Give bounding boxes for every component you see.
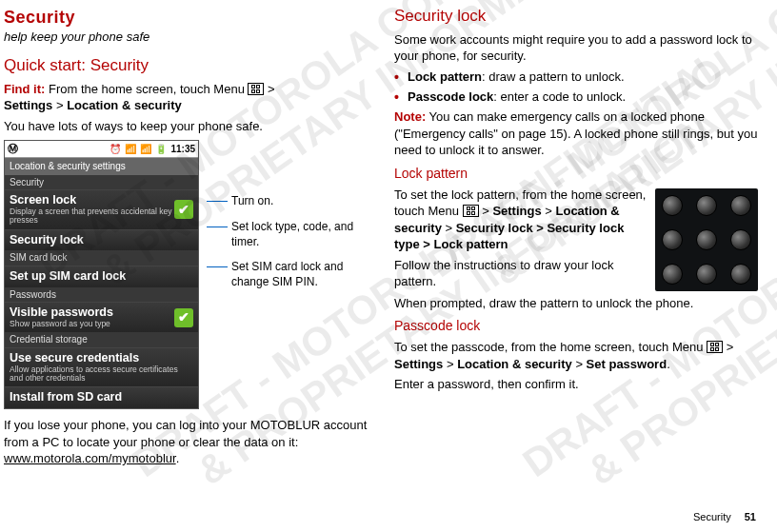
breadcrumb-loc-sec: Location & security xyxy=(67,98,182,112)
find-it-text: From the home screen, touch Menu xyxy=(45,82,248,96)
callout-turn-on: Turn on. xyxy=(207,193,368,208)
menu-icon xyxy=(463,205,479,217)
row-install-sd-title: Install from SD card xyxy=(10,391,193,404)
pattern-dot xyxy=(662,195,683,216)
row-visible-passwords-desc: Show password as you type xyxy=(10,320,174,328)
lock-pattern-block: To set the lock pattern, from the home s… xyxy=(394,187,758,290)
row-screen-lock[interactable]: Screen lock Display a screen that preven… xyxy=(5,189,198,228)
pc-bc-settings: Settings xyxy=(394,357,443,371)
row-secure-credentials[interactable]: Use secure credentials Allow application… xyxy=(5,347,198,386)
pc-confirm: Enter a password, then confirm it. xyxy=(394,376,758,393)
row-secure-credentials-desc: Allow applications to access secure cert… xyxy=(10,365,193,384)
pc-bc-setpw: Set password xyxy=(587,357,667,371)
motoblur-period: . xyxy=(176,451,180,465)
bullet-passcode-lock: Passcode lock: enter a code to unlock. xyxy=(394,89,758,106)
bullet-lock-pattern: Lock pattern: draw a pattern to unlock. xyxy=(394,69,758,86)
bullet-passcode-label: Passcode lock xyxy=(408,89,493,104)
screen-title: Location & security settings xyxy=(5,158,198,175)
group-sim: SIM card lock xyxy=(5,250,198,266)
row-sim-lock[interactable]: Set up SIM card lock xyxy=(5,266,198,287)
motoblur-link[interactable]: www.motorola.com/mymotoblur xyxy=(4,451,176,465)
footer-section: Security xyxy=(693,510,731,524)
battery-icon: 🔋 xyxy=(155,143,167,156)
callout-sim-lock: Set SIM card lock and change SIM PIN. xyxy=(207,259,368,289)
intro-text: You have lots of ways to keep your phone… xyxy=(4,118,368,135)
note-text: You can make emergency calls on a locked… xyxy=(394,109,757,157)
find-it-label: Find it: xyxy=(4,82,45,96)
bullet-lock-pattern-text: : draw a pattern to unlock. xyxy=(482,69,625,84)
phone-mock: Ⓜ ⏰ 📶 📶 🔋 11:35 Location & security sett… xyxy=(4,140,199,409)
checkmark-icon[interactable]: ✔ xyxy=(174,200,193,219)
row-screen-lock-desc: Display a screen that prevents accidenta… xyxy=(10,207,174,226)
left-column: Security help keep your phone safe Quick… xyxy=(4,6,368,471)
row-security-lock[interactable]: Security lock xyxy=(5,229,198,251)
breadcrumb-settings: Settings xyxy=(4,98,52,112)
pc-text-a: To set the passcode, from the home scree… xyxy=(394,340,707,354)
menu-icon xyxy=(707,341,723,353)
motoblur-text: If you lose your phone, you can log into… xyxy=(4,418,367,449)
motoblur-para: If you lose your phone, you can log into… xyxy=(4,417,368,467)
bullet-lock-pattern-label: Lock pattern xyxy=(408,69,482,84)
callouts: Turn on. Set lock type, code, and timer.… xyxy=(207,140,368,299)
bullet-passcode-text: : enter a code to unlock. xyxy=(493,89,626,104)
note-label: Note: xyxy=(394,109,426,124)
page-footer: Security 51 xyxy=(693,510,756,524)
pc-bc-locsec: Location & security xyxy=(457,357,572,371)
checkmark-icon[interactable]: ✔ xyxy=(174,308,193,327)
pattern-dot xyxy=(662,229,683,250)
section-title: Security xyxy=(4,6,368,29)
motorola-logo-icon: Ⓜ xyxy=(8,142,18,156)
menu-icon xyxy=(248,83,264,95)
pattern-dot xyxy=(696,195,717,216)
pattern-grid-image xyxy=(655,188,758,291)
passcode-lock-heading: Passcode lock xyxy=(394,317,758,335)
security-lock-heading: Security lock xyxy=(394,6,758,28)
phone-callout-area: Ⓜ ⏰ 📶 📶 🔋 11:35 Location & security sett… xyxy=(4,140,368,409)
pattern-dot xyxy=(730,229,751,250)
row-visible-passwords-title: Visible passwords xyxy=(10,306,174,320)
pc-path-para: To set the passcode, from the home scree… xyxy=(394,339,758,372)
row-visible-passwords[interactable]: Visible passwords Show password as you t… xyxy=(5,302,198,332)
group-credential-storage: Credential storage xyxy=(5,332,198,347)
security-lock-intro: Some work accounts might require you to … xyxy=(394,31,758,65)
row-screen-lock-title: Screen lock xyxy=(10,194,174,207)
lp-prompt: When prompted, draw the pattern to unloc… xyxy=(394,295,758,312)
find-it-line: Find it: From the home screen, touch Men… xyxy=(4,81,368,114)
group-passwords: Passwords xyxy=(5,287,198,303)
right-column: Security lock Some work accounts might r… xyxy=(394,6,758,471)
row-sim-lock-title: Set up SIM card lock xyxy=(10,270,193,284)
wifi-icon: 📶 xyxy=(125,143,136,156)
pattern-dot xyxy=(696,229,717,250)
note-para: Note: You can make emergency calls on a … xyxy=(394,108,758,159)
row-secure-credentials-title: Use secure credentials xyxy=(10,352,193,365)
quick-start-heading: Quick start: Security xyxy=(4,55,368,77)
status-bar: Ⓜ ⏰ 📶 📶 🔋 11:35 xyxy=(5,141,198,158)
pattern-dot xyxy=(662,264,683,285)
lock-options-list: Lock pattern: draw a pattern to unlock. … xyxy=(394,69,758,105)
lock-pattern-heading: Lock pattern xyxy=(394,165,758,183)
pattern-dot xyxy=(730,195,751,216)
row-install-sd[interactable]: Install from SD card xyxy=(5,386,198,408)
callout-lock-type: Set lock type, code, and timer. xyxy=(207,219,368,249)
group-security: Security xyxy=(5,175,198,190)
status-time: 11:35 xyxy=(170,143,195,156)
pattern-dot xyxy=(696,264,717,285)
lp-bc-settings: Settings xyxy=(492,204,541,218)
footer-page-number: 51 xyxy=(745,510,756,524)
row-security-lock-title: Security lock xyxy=(10,234,193,247)
signal-icon: 📶 xyxy=(140,143,151,156)
section-subtitle: help keep your phone safe xyxy=(4,29,368,46)
pattern-dot xyxy=(730,264,751,285)
alarm-icon: ⏰ xyxy=(110,143,121,156)
